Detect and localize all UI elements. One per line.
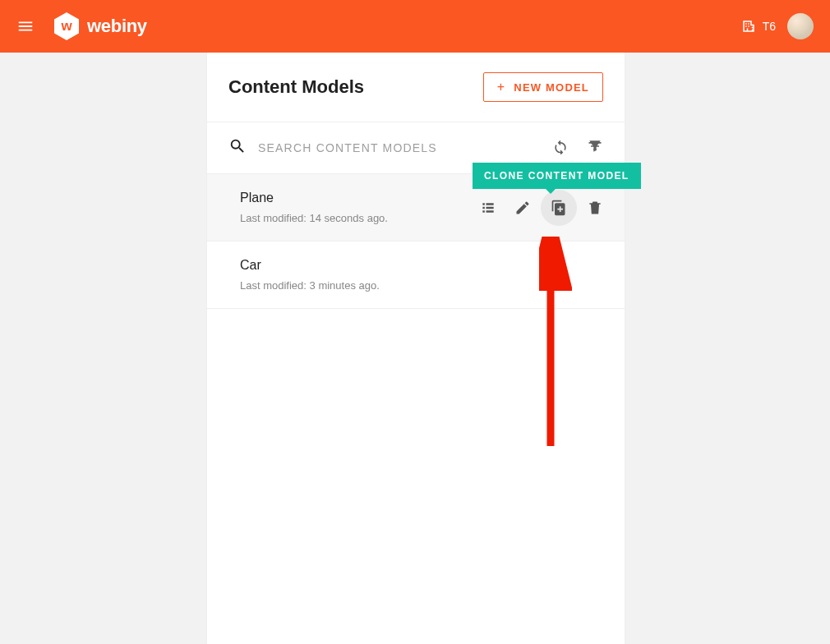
building-icon: [741, 19, 756, 34]
content-panel: Content Models + NEW MODEL CLONE CONTENT…: [207, 53, 625, 644]
header-right: T6: [741, 13, 814, 39]
refresh-icon: [552, 138, 569, 154]
search-icon: [228, 137, 247, 159]
logo-text: webiny: [87, 16, 147, 37]
page-title: Content Models: [228, 76, 364, 98]
edit-button[interactable]: [514, 200, 531, 216]
new-model-button[interactable]: + NEW MODEL: [483, 72, 603, 102]
filter-button[interactable]: [587, 138, 603, 158]
filter-icon: [587, 138, 603, 154]
logo-hexagon-icon: w: [54, 12, 79, 40]
plus-icon: +: [497, 80, 506, 94]
tenant-selector[interactable]: T6: [741, 19, 776, 34]
view-entries-button[interactable]: [480, 200, 496, 216]
logo[interactable]: w webiny: [54, 12, 147, 40]
hamburger-icon: [16, 17, 35, 35]
item-meta: Plane Last modified: 14 seconds ago.: [240, 191, 388, 224]
tenant-label: T6: [763, 20, 776, 33]
list-item[interactable]: Car Last modified: 3 minutes ago.: [207, 242, 625, 309]
tooltip-label: CLONE CONTENT MODEL: [484, 170, 629, 182]
pencil-icon: [514, 200, 531, 216]
item-subtitle: Last modified: 3 minutes ago.: [240, 279, 380, 292]
refresh-button[interactable]: [552, 138, 569, 158]
new-model-label: NEW MODEL: [514, 81, 589, 94]
app-header: w webiny T6: [0, 0, 830, 53]
avatar[interactable]: [787, 13, 814, 39]
item-title: Car: [240, 258, 380, 273]
clone-icon: [551, 200, 567, 216]
search-actions: [552, 138, 603, 158]
item-subtitle: Last modified: 14 seconds ago.: [240, 212, 388, 224]
item-meta: Car Last modified: 3 minutes ago.: [240, 258, 380, 292]
trash-icon: [587, 200, 603, 216]
delete-button[interactable]: [587, 200, 603, 216]
search-input[interactable]: [258, 141, 541, 154]
item-actions: [480, 198, 603, 218]
clone-button[interactable]: [541, 190, 577, 226]
list-icon: [480, 200, 496, 216]
panel-header: Content Models + NEW MODEL: [207, 53, 625, 122]
header-left: w webiny: [16, 12, 147, 40]
menu-button[interactable]: [16, 17, 35, 35]
list-container: CLONE CONTENT MODEL Plane Last modified:…: [207, 174, 625, 309]
tooltip: CLONE CONTENT MODEL: [473, 163, 641, 189]
item-title: Plane: [240, 191, 388, 205]
